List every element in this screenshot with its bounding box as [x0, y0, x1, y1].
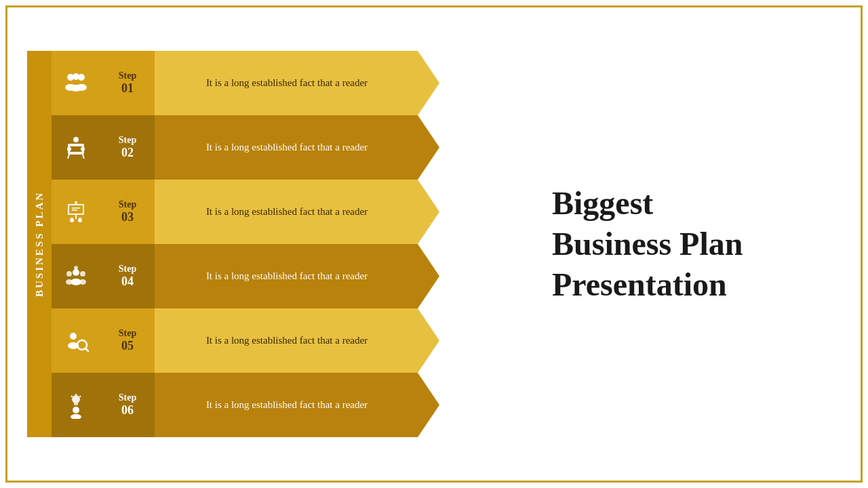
group-icon — [62, 70, 90, 97]
svg-point-36 — [71, 414, 81, 419]
step-4-word: Step — [119, 264, 136, 274]
step-6-word: Step — [119, 392, 136, 403]
step-6-label: Step 06 — [100, 373, 155, 437]
meeting-icon — [62, 134, 90, 161]
svg-line-10 — [83, 155, 84, 159]
svg-point-24 — [66, 271, 72, 277]
step-3-arrow: It is a long established fact that a rea… — [155, 180, 439, 244]
svg-point-4 — [73, 73, 79, 80]
right-section: Biggest Business Plan Presentation — [439, 183, 841, 305]
step-2-label: Step 02 — [100, 115, 155, 180]
step-row-5: Step 05 It is a long established fact th… — [52, 308, 439, 373]
step-4-label: Step 04 — [100, 244, 155, 308]
step-5-number: 05 — [121, 339, 134, 353]
step-3-label: Step 03 — [100, 180, 155, 244]
step-6-icon-box — [52, 373, 100, 437]
step-5-label: Step 05 — [100, 308, 155, 373]
step-4-icon-box — [52, 244, 100, 308]
svg-point-31 — [70, 333, 77, 340]
vertical-label: BUSINESS PLAN — [27, 51, 52, 437]
svg-line-34 — [85, 348, 88, 351]
step-5-word: Step — [119, 328, 136, 339]
target-group-icon — [62, 263, 90, 290]
step-4-arrow: It is a long established fact that a rea… — [155, 244, 439, 308]
presentation-icon — [62, 199, 90, 226]
step-2-arrow: It is a long established fact that a rea… — [155, 115, 439, 180]
svg-rect-7 — [70, 146, 82, 152]
svg-line-40 — [80, 396, 81, 397]
svg-point-5 — [70, 85, 82, 92]
step-3-word: Step — [119, 199, 136, 210]
step-row-2: Step 02 It is a long established fact th… — [52, 115, 439, 180]
step-1-icon-box — [52, 51, 100, 115]
step-2-text: It is a long established fact that a rea… — [206, 140, 368, 155]
step-4-text: It is a long established fact that a rea… — [206, 269, 368, 283]
svg-point-35 — [73, 407, 79, 413]
step-5-icon-box — [52, 308, 100, 373]
svg-line-41 — [71, 396, 73, 397]
step-2-number: 02 — [121, 146, 134, 160]
step-2-icon-box — [52, 115, 100, 180]
step-1-label: Step 01 — [100, 51, 155, 115]
svg-point-37 — [72, 395, 80, 403]
left-section: BUSINESS PLAN Step 01 — [27, 51, 439, 437]
step-1-arrow: It is a long established fact that a rea… — [155, 51, 439, 115]
step-3-number: 03 — [121, 210, 134, 224]
step-4-number: 04 — [121, 274, 134, 289]
svg-point-27 — [66, 279, 73, 285]
step-row-4: Step 04 It is a long established fact th… — [52, 244, 439, 308]
step-5-arrow: It is a long established fact that a rea… — [155, 308, 439, 373]
search-person-icon — [62, 327, 90, 354]
step-1-text: It is a long established fact that a rea… — [206, 76, 368, 90]
step-3-text: It is a long established fact that a rea… — [206, 205, 368, 219]
svg-point-22 — [79, 218, 81, 220]
step-6-arrow: It is a long established fact that a rea… — [155, 373, 439, 437]
svg-point-11 — [67, 147, 71, 151]
svg-rect-38 — [74, 403, 78, 405]
svg-point-8 — [73, 137, 79, 142]
svg-line-9 — [68, 155, 69, 159]
idea-person-icon — [62, 392, 90, 419]
main-container: BUSINESS PLAN Step 01 — [0, 0, 868, 488]
step-row-1: Step 01 It is a long established fact th… — [52, 51, 439, 115]
steps-section: Step 01 It is a long established fact th… — [52, 51, 439, 437]
step-row-3: Step 03 It is a long established fact th… — [52, 180, 439, 244]
svg-rect-14 — [69, 205, 83, 214]
svg-point-12 — [81, 147, 85, 151]
step-5-text: It is a long established fact that a rea… — [206, 333, 368, 348]
svg-point-20 — [75, 201, 77, 204]
step-6-text: It is a long established fact that a rea… — [206, 398, 368, 412]
main-title: Biggest Business Plan Presentation — [552, 183, 769, 305]
step-1-number: 01 — [121, 81, 134, 96]
svg-point-25 — [80, 271, 85, 277]
step-6-number: 06 — [121, 403, 134, 418]
step-row-6: Step 06 It is a long established fact th… — [52, 373, 439, 437]
step-2-word: Step — [119, 135, 136, 146]
step-1-word: Step — [119, 70, 136, 81]
step-3-icon-box — [52, 180, 100, 244]
svg-point-28 — [79, 279, 86, 285]
svg-point-21 — [71, 218, 73, 220]
